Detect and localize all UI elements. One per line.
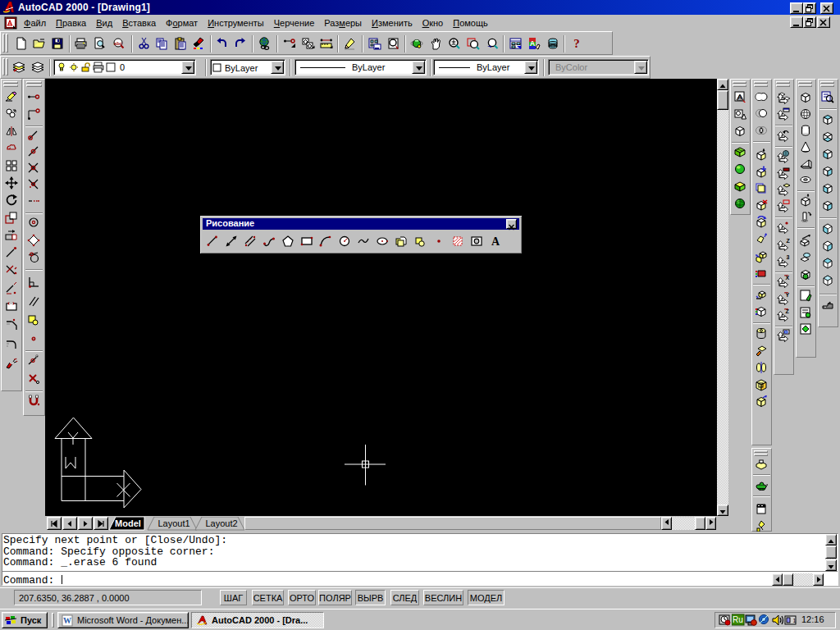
svg-text:A: A (530, 39, 536, 48)
svg-text:Z: Z (787, 238, 791, 244)
svg-text:A: A (737, 94, 742, 101)
svg-text:Model: Model (115, 518, 141, 528)
svg-text:Layout1: Layout1 (158, 518, 189, 528)
svg-text:?: ? (573, 37, 580, 50)
svg-text:Ru: Ru (733, 615, 743, 624)
svg-text:Layout2: Layout2 (205, 518, 237, 528)
svg-text:W: W (63, 616, 71, 625)
svg-text:1: 1 (793, 618, 797, 623)
svg-text:A: A (491, 235, 500, 248)
svg-text:3: 3 (787, 254, 790, 260)
svg-text:abc: abc (114, 41, 123, 46)
